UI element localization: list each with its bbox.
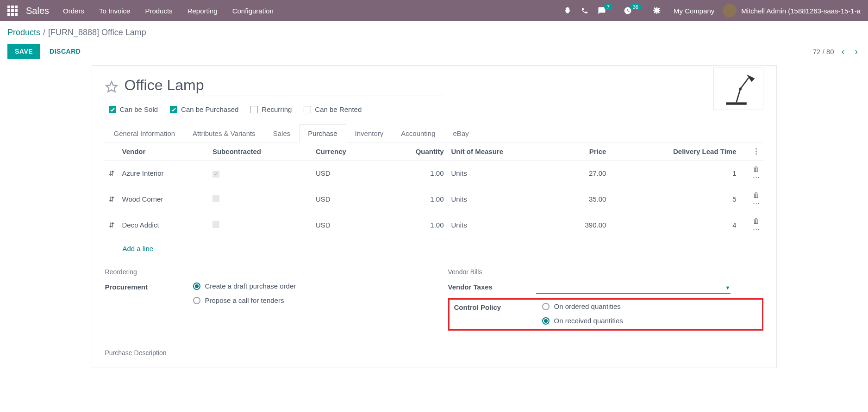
cell-quantity[interactable]: 1.00 <box>382 212 448 238</box>
section-reordering-title: Reordering <box>105 268 420 276</box>
drag-handle-icon[interactable]: ⇵ <box>105 186 119 212</box>
tab-inventory[interactable]: Inventory <box>346 124 393 142</box>
cell-vendor[interactable]: Azure Interior <box>119 160 209 186</box>
menu-products[interactable]: Products <box>145 7 172 15</box>
trash-icon[interactable]: 🗑 <box>753 217 760 225</box>
table-options-icon[interactable]: ⋮ <box>753 147 760 155</box>
add-a-line[interactable]: Add a line <box>105 238 763 257</box>
cell-subcontracted[interactable] <box>209 186 312 212</box>
vendor-table: Vendor Subcontracted Currency Quantity U… <box>105 142 763 238</box>
radio-label: On ordered quantities <box>554 302 621 310</box>
menu-configuration[interactable]: Configuration <box>232 7 274 15</box>
discard-button[interactable]: DISCARD <box>50 48 81 55</box>
cell-lead-time[interactable]: 4 <box>610 212 740 238</box>
menu-to-invoice[interactable]: To Invoice <box>99 7 131 15</box>
table-row[interactable]: ⇵Azure InteriorUSD1.00Units27.001🗑 ⋯ <box>105 160 763 186</box>
trash-icon[interactable]: 🗑 <box>753 165 760 173</box>
app-brand[interactable]: Sales <box>26 6 49 16</box>
svg-line-2 <box>740 78 749 89</box>
cell-uom[interactable]: Units <box>448 186 557 212</box>
radio-label: Propose a call for tenders <box>205 296 284 304</box>
table-row[interactable]: ⇵Wood CornerUSD1.00Units35.005🗑 ⋯ <box>105 186 763 212</box>
messages-icon[interactable]: 7 <box>598 6 614 15</box>
cell-lead-time[interactable]: 5 <box>610 186 740 212</box>
tab-accounting[interactable]: Accounting <box>392 124 444 142</box>
apps-icon[interactable] <box>7 6 18 16</box>
th-subcontracted: Subcontracted <box>209 142 312 160</box>
favorite-star-icon[interactable] <box>105 80 118 93</box>
save-button[interactable]: SAVE <box>7 44 40 59</box>
radio-on-received-qty[interactable]: On received quantities <box>542 317 623 325</box>
cell-vendor[interactable]: Deco Addict <box>119 212 209 238</box>
activities-icon[interactable]: 36 <box>624 6 643 15</box>
radio-on-ordered-qty[interactable]: On ordered quantities <box>542 302 623 310</box>
field-control-policy-label: Control Policy <box>454 302 542 311</box>
cell-price[interactable]: 35.00 <box>557 186 610 212</box>
cell-currency[interactable]: USD <box>312 212 382 238</box>
menu-reporting[interactable]: Reporting <box>187 7 218 15</box>
breadcrumb: Products / [FURN_8888] Office Lamp <box>0 21 868 41</box>
svg-line-1 <box>736 89 740 102</box>
cell-uom[interactable]: Units <box>448 212 557 238</box>
bug-icon[interactable] <box>563 6 572 15</box>
caret-down-icon[interactable]: ▼ <box>725 285 731 290</box>
phone-icon[interactable] <box>581 7 588 14</box>
checkbox-can-be-purchased[interactable]: Can be Purchased <box>170 105 238 113</box>
checkbox-can-be-rented[interactable]: Can be Rented <box>304 105 362 113</box>
cell-price[interactable]: 390.00 <box>557 212 610 238</box>
messages-badge: 7 <box>604 4 612 10</box>
drag-handle-icon[interactable]: ⇵ <box>105 212 119 238</box>
radio-propose-tenders[interactable]: Propose a call for tenders <box>193 296 296 304</box>
th-quantity: Quantity <box>382 142 448 160</box>
tab-attributes-variants[interactable]: Attributes & Variants <box>184 124 264 142</box>
cell-currency[interactable]: USD <box>312 160 382 186</box>
checkbox-label: Recurring <box>262 105 292 113</box>
checkbox-recurring[interactable]: Recurring <box>250 105 292 113</box>
row-more-icon[interactable]: ⋯ <box>753 225 760 233</box>
cell-vendor[interactable]: Wood Corner <box>119 186 209 212</box>
product-image[interactable] <box>713 68 763 110</box>
field-vendor-taxes-label: Vendor Taxes <box>448 282 536 291</box>
menu-orders[interactable]: Orders <box>63 7 84 15</box>
product-name-input[interactable] <box>125 77 444 96</box>
cell-subcontracted[interactable] <box>209 160 312 186</box>
pager: 72 / 80 ‹ › <box>813 46 861 57</box>
table-row[interactable]: ⇵Deco AddictUSD1.00Units390.004🗑 ⋯ <box>105 212 763 238</box>
pager-prev-icon[interactable]: ‹ <box>839 46 848 57</box>
cell-quantity[interactable]: 1.00 <box>382 160 448 186</box>
settings-icon[interactable] <box>652 6 661 15</box>
trash-icon[interactable]: 🗑 <box>753 191 760 199</box>
th-vendor: Vendor <box>119 142 209 160</box>
user-name: Mitchell Admin (15881263-saas-15-1-a <box>741 7 861 15</box>
radio-label: Create a draft purchase order <box>205 282 296 290</box>
cell-subcontracted[interactable] <box>209 212 312 238</box>
th-currency: Currency <box>312 142 382 160</box>
row-more-icon[interactable]: ⋯ <box>753 199 760 207</box>
checkbox-can-be-sold[interactable]: Can be Sold <box>109 105 158 113</box>
row-more-icon[interactable]: ⋯ <box>753 173 760 181</box>
form-sheet: Can be Sold Can be Purchased Recurring C… <box>92 65 777 368</box>
tab-purchase[interactable]: Purchase <box>299 124 346 142</box>
radio-create-draft-po[interactable]: Create a draft purchase order <box>193 282 296 290</box>
user-menu[interactable]: Mitchell Admin (15881263-saas-15-1-a <box>723 4 861 18</box>
control-policy-highlight: Control Policy On ordered quantities On … <box>448 298 763 331</box>
cell-price[interactable]: 27.00 <box>557 160 610 186</box>
breadcrumb-parent[interactable]: Products <box>7 28 40 37</box>
cell-lead-time[interactable]: 1 <box>610 160 740 186</box>
pager-count: 72 / 80 <box>813 48 834 55</box>
breadcrumb-current: [FURN_8888] Office Lamp <box>48 28 146 37</box>
vendor-taxes-input[interactable] <box>536 282 725 293</box>
svg-marker-4 <box>106 81 117 92</box>
pager-next-icon[interactable]: › <box>852 46 861 57</box>
tab-sales[interactable]: Sales <box>264 124 300 142</box>
drag-handle-icon[interactable]: ⇵ <box>105 160 119 186</box>
radio-label: On received quantities <box>554 317 623 325</box>
tab-ebay[interactable]: eBay <box>444 124 478 142</box>
company-switcher[interactable]: My Company <box>674 7 714 15</box>
cell-currency[interactable]: USD <box>312 186 382 212</box>
vendor-taxes-field[interactable]: ▼ <box>536 282 731 294</box>
checkbox-label: Can be Rented <box>315 105 362 113</box>
tab-general-information[interactable]: General Information <box>105 124 184 142</box>
cell-quantity[interactable]: 1.00 <box>382 186 448 212</box>
cell-uom[interactable]: Units <box>448 160 557 186</box>
